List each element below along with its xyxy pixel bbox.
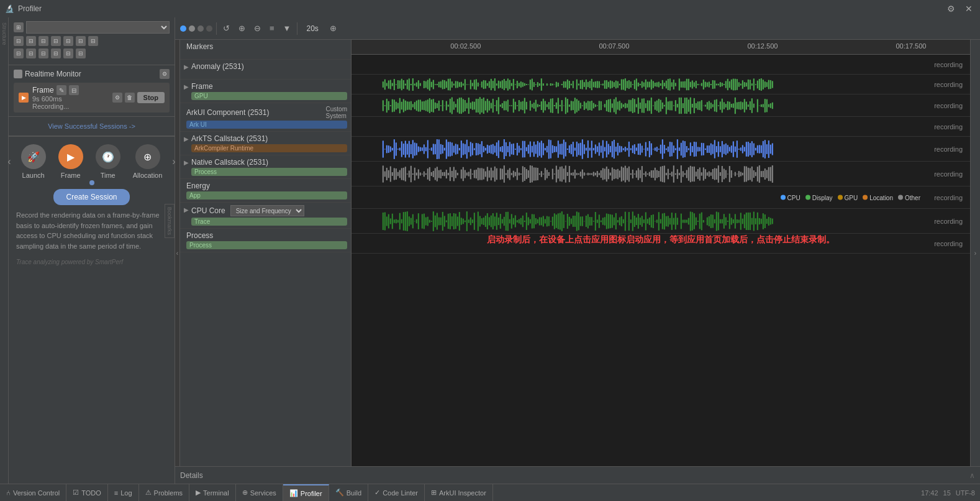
right-collapse-strip[interactable]: › [970, 40, 980, 466]
tab-indicator [89, 180, 94, 185]
tab-profiler[interactable]: 📊 Profiler [283, 484, 329, 501]
allocation-icon: ⊕ [135, 144, 160, 169]
dot-gray2 [197, 25, 204, 32]
native-track: ▶ Native Callstack (2531) Process [180, 155, 351, 179]
layout-icon-11[interactable]: ⊟ [51, 48, 61, 58]
bookmarks-strip: Bookmarks [165, 204, 175, 238]
frame-delete-icon[interactable]: 🗑 [125, 93, 135, 103]
energy-timeline-row: CPU Display GPU [352, 186, 970, 209]
profiler-toolbar: ↺ ⊕ ⊖ ≡ ▼ 20s ⊕ [175, 17, 980, 40]
layout-icon-8[interactable]: ⊟ [14, 48, 24, 58]
layout-icon-12[interactable]: ⊟ [63, 48, 73, 58]
prev-arrow[interactable]: ‹ [5, 154, 13, 170]
tab-code-linter[interactable]: ✓ Code Linter [368, 484, 425, 501]
allocation-label: Allocation [133, 172, 163, 179]
layout-icon-2[interactable]: ⊟ [26, 36, 36, 46]
layout-icon-10[interactable]: ⊟ [39, 48, 48, 58]
rm-title: Realtime Monitor [14, 70, 81, 78]
layout-icon-7[interactable]: ⊟ [88, 36, 98, 46]
stop-button[interactable]: Stop [137, 92, 165, 103]
log-icon: ≡ [114, 489, 118, 497]
allocation-tab[interactable]: ⊕ Allocation [128, 142, 168, 182]
dot-gray1 [189, 25, 195, 32]
frame-settings-icon[interactable]: ⚙ [112, 93, 122, 103]
copy-icon[interactable]: ⊟ [69, 85, 79, 95]
markers-recording: recording [934, 61, 963, 68]
trace-badge: Trace [191, 218, 347, 226]
arkts-timeline-row: recording [352, 137, 970, 162]
details-collapse-icon[interactable]: ∧ [969, 471, 975, 480]
toolbar-remove-btn[interactable]: ⊖ [252, 22, 263, 34]
tab-build[interactable]: 🔨 Build [329, 484, 368, 501]
cpu-dot [781, 195, 786, 200]
main-content: ↺ ⊕ ⊖ ≡ ▼ 20s ⊕ ‹ Markers [175, 17, 980, 484]
collapse-button[interactable]: ‹ [175, 40, 180, 466]
cpu-expand-icon[interactable]: ▶ [184, 206, 189, 213]
gpu-badge: GPU [191, 92, 347, 100]
toolbar-separator-1 [216, 22, 217, 35]
layout-icon-9[interactable]: ⊟ [26, 48, 36, 58]
structure-strip: Structure [0, 17, 9, 484]
settings-icon[interactable]: ⚙ [160, 69, 170, 79]
layout-icon-1[interactable]: ⊟ [14, 36, 24, 46]
app-badge: App [186, 191, 347, 200]
sidebar-dropdown[interactable] [26, 21, 170, 34]
tab-terminal[interactable]: ▶ Terminal [189, 484, 236, 501]
layout-icon-3[interactable]: ⊟ [39, 36, 48, 46]
toolbar-more-btn[interactable]: ▼ [281, 22, 294, 34]
cpu-core-label: CPU Core [191, 206, 225, 215]
toolbar-separator-2 [297, 22, 297, 35]
frame-track: ▶ Frame GPU [180, 80, 351, 103]
launch-tab[interactable]: 🚀 Launch [16, 142, 51, 182]
frame-expand-icon[interactable]: ▶ [184, 83, 189, 90]
tab-log[interactable]: ≡ Log [108, 484, 139, 501]
time-icon: 🕐 [96, 144, 120, 169]
cpu-core-track: ▶ CPU Core Size and Frequency Trace [180, 203, 351, 229]
create-session-button[interactable]: Create Session [53, 189, 129, 205]
arkts-track: ▶ ArkTS Callstack (2531) ArkCompiler Run… [180, 132, 351, 155]
time-tab[interactable]: 🕐 Time [91, 142, 125, 182]
anomaly-expand-icon[interactable]: ▶ [184, 63, 189, 70]
tab-todo[interactable]: ☑ TODO [66, 484, 108, 501]
layout-icon-5[interactable]: ⊟ [63, 36, 73, 46]
terminal-icon: ▶ [196, 489, 201, 497]
arkts-label: ArkTS Callstack (2531) [191, 134, 347, 143]
status-date: 15 [943, 489, 951, 497]
frame-tab-icon: ▶ [58, 144, 83, 169]
settings-button[interactable]: ⚙ [945, 2, 958, 15]
build-icon: 🔨 [335, 489, 344, 497]
next-arrow[interactable]: › [170, 154, 178, 170]
edit-icon[interactable]: ✎ [57, 85, 66, 95]
close-button[interactable]: ✕ [963, 2, 975, 15]
ruler-ts-1: 00:02.500 [450, 42, 481, 50]
ruler-ts-2: 00:07.500 [599, 42, 629, 50]
view-sessions-link[interactable]: View Successful Sessions -> [48, 122, 135, 130]
layout-icon-13[interactable]: ⊟ [76, 48, 86, 58]
frame-tab-label: Frame [61, 172, 81, 179]
toolbar-expand-btn[interactable]: ⊕ [327, 22, 339, 34]
process-track: Process Process [180, 229, 351, 252]
toolbar-reset-btn[interactable]: ↺ [220, 22, 232, 34]
layout-icon-4[interactable]: ⊟ [51, 36, 61, 46]
tab-services[interactable]: ⊕ Services [236, 484, 283, 501]
bottom-tabs: ⑃ Version Control ☑ TODO ≡ Log ⚠ Problem… [0, 484, 980, 501]
arkts-expand-icon[interactable]: ▶ [184, 136, 189, 142]
toolbar-filter-btn[interactable]: ≡ [267, 22, 277, 34]
right-collapse-icon: › [974, 250, 976, 257]
tab-problems[interactable]: ⚠ Problems [139, 484, 189, 501]
anomaly-timeline-row: recording [352, 75, 970, 94]
toolbar-add-btn[interactable]: ⊕ [236, 22, 248, 34]
tab-arkui-inspector[interactable]: ⊞ ArkUI Inspector [425, 484, 493, 501]
layout-icon-6[interactable]: ⊟ [76, 36, 86, 46]
grid-icon[interactable]: ⊞ [14, 22, 24, 32]
frame-tab[interactable]: ▶ Frame [53, 142, 88, 182]
realtime-monitor: Realtime Monitor ⚙ ▶ Frame ✎ ⊟ 9s 600ms … [9, 65, 175, 117]
arkui-timeline-row: recording [352, 117, 970, 137]
native-expand-icon[interactable]: ▶ [184, 159, 189, 166]
native-label: Native Callstack (2531) [191, 158, 347, 167]
arkui-name-group: ArkUI Component (2531) CustomSystem Ark … [186, 106, 347, 129]
cpu-dropdown[interactable]: Size and Frequency [230, 205, 304, 216]
toolbar-row-2: ⊟ ⊟ ⊟ ⊟ ⊟ ⊟ ⊟ [14, 36, 170, 46]
left-sidebar: ⊞ ⊟ ⊟ ⊟ ⊟ ⊟ ⊟ ⊟ ⊟ ⊟ ⊟ ⊟ ⊟ ⊟ [9, 17, 175, 484]
tab-version-control[interactable]: ⑃ Version Control [0, 484, 66, 501]
